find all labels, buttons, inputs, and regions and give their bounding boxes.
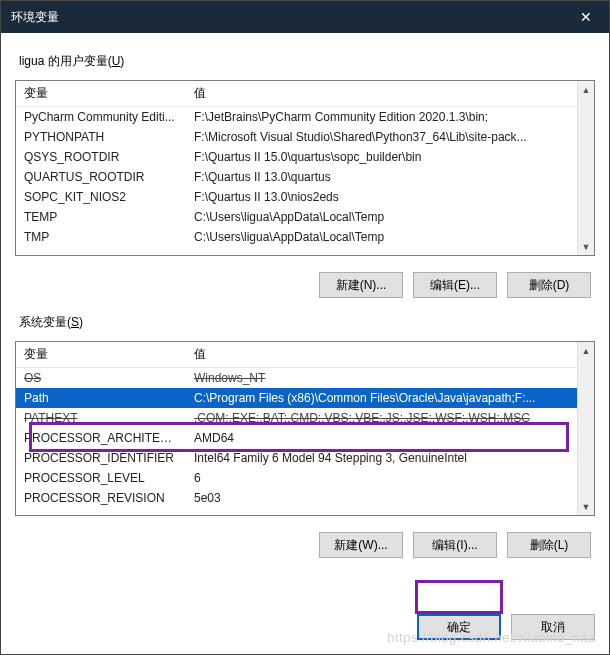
var-name-cell: SOPC_KIT_NIOS2 (16, 187, 186, 207)
table-row[interactable]: PROCESSOR_REVISION5e03 (16, 488, 577, 508)
table-row[interactable]: PYTHONPATHF:\Microsoft Visual Studio\Sha… (16, 127, 577, 147)
var-name-cell: TEMP (16, 207, 186, 227)
table-row[interactable]: QUARTUS_ROOTDIRF:\Quartus II 13.0\quartu… (16, 167, 577, 187)
user-vars-list[interactable]: 变量 值 PyCharm Community Editi...F:\JetBra… (15, 80, 595, 256)
close-button[interactable]: ✕ (563, 1, 609, 33)
system-new-button[interactable]: 新建(W)... (319, 532, 403, 558)
system-vars-list[interactable]: 变量 值 OSWindows_NTPathC:\Program Files (x… (15, 341, 595, 516)
user-scrollbar[interactable]: ▲ ▼ (577, 81, 594, 255)
var-name-cell: PROCESSOR_ARCHITECT... (16, 428, 186, 448)
scroll-up-icon[interactable]: ▲ (579, 342, 594, 359)
ok-button[interactable]: 确定 (417, 614, 501, 640)
var-value-cell: F:\Quartus II 13.0\nios2eds (186, 187, 577, 207)
var-name-cell: Path (16, 388, 186, 408)
table-row[interactable]: PyCharm Community Editi...F:\JetBrains\P… (16, 107, 577, 128)
cancel-button[interactable]: 取消 (511, 614, 595, 640)
table-row[interactable]: OSWindows_NT (16, 368, 577, 389)
var-name-cell: PROCESSOR_LEVEL (16, 468, 186, 488)
env-vars-dialog: 环境变量 ✕ ligua 的用户变量(U) 变量 值 PyCharm Commu… (0, 0, 610, 655)
system-delete-button[interactable]: 删除(L) (507, 532, 591, 558)
user-vars-label: ligua 的用户变量(U) (19, 53, 595, 70)
table-row[interactable]: PATHEXT.COM;.EXE;.BAT;.CMD;.VBS;.VBE;.JS… (16, 408, 577, 428)
user-edit-button[interactable]: 编辑(E)... (413, 272, 497, 298)
titlebar[interactable]: 环境变量 ✕ (1, 1, 609, 33)
system-vars-label: 系统变量(S) (19, 314, 595, 331)
var-name-cell: OS (16, 368, 186, 389)
table-row[interactable]: TEMPC:\Users\ligua\AppData\Local\Temp (16, 207, 577, 227)
user-delete-button[interactable]: 删除(D) (507, 272, 591, 298)
var-value-cell: F:\Microsoft Visual Studio\Shared\Python… (186, 127, 577, 147)
table-row[interactable]: QSYS_ROOTDIRF:\Quartus II 15.0\quartus\s… (16, 147, 577, 167)
var-value-cell: C:\Users\ligua\AppData\Local\Temp (186, 207, 577, 227)
var-name-cell: QSYS_ROOTDIR (16, 147, 186, 167)
scroll-down-icon[interactable]: ▼ (579, 238, 594, 255)
table-row[interactable]: PROCESSOR_ARCHITECT...AMD64 (16, 428, 577, 448)
var-name-cell: PROCESSOR_IDENTIFIER (16, 448, 186, 468)
col-header-name[interactable]: 变量 (16, 81, 186, 107)
var-value-cell: F:\JetBrains\PyCharm Community Edition 2… (186, 107, 577, 128)
var-name-cell: QUARTUS_ROOTDIR (16, 167, 186, 187)
scroll-down-icon[interactable]: ▼ (579, 498, 594, 515)
user-new-button[interactable]: 新建(N)... (319, 272, 403, 298)
var-value-cell: F:\Quartus II 15.0\quartus\sopc_builder\… (186, 147, 577, 167)
table-row[interactable]: PROCESSOR_IDENTIFIERIntel64 Family 6 Mod… (16, 448, 577, 468)
col-header-name[interactable]: 变量 (16, 342, 186, 368)
system-buttons: 新建(W)... 编辑(I)... 删除(L) (15, 522, 595, 562)
var-name-cell: TMP (16, 227, 186, 247)
var-value-cell: 5e03 (186, 488, 577, 508)
table-row[interactable]: SOPC_KIT_NIOS2F:\Quartus II 13.0\nios2ed… (16, 187, 577, 207)
var-name-cell: PROCESSOR_REVISION (16, 488, 186, 508)
var-value-cell: F:\Quartus II 13.0\quartus (186, 167, 577, 187)
user-buttons: 新建(N)... 编辑(E)... 删除(D) (15, 262, 595, 302)
var-value-cell: C:\Users\ligua\AppData\Local\Temp (186, 227, 577, 247)
table-row[interactable]: TMPC:\Users\ligua\AppData\Local\Temp (16, 227, 577, 247)
close-icon: ✕ (580, 9, 592, 25)
col-header-value[interactable]: 值 (186, 81, 577, 107)
dialog-footer: 确定 取消 (1, 608, 609, 654)
var-value-cell: C:\Program Files (x86)\Common Files\Orac… (186, 388, 577, 408)
window-title: 环境变量 (11, 9, 563, 26)
system-scrollbar[interactable]: ▲ ▼ (577, 342, 594, 515)
table-row[interactable]: PROCESSOR_LEVEL6 (16, 468, 577, 488)
system-edit-button[interactable]: 编辑(I)... (413, 532, 497, 558)
var-name-cell: PyCharm Community Editi... (16, 107, 186, 128)
var-value-cell: Windows_NT (186, 368, 577, 389)
var-value-cell: AMD64 (186, 428, 577, 448)
var-name-cell: PATHEXT (16, 408, 186, 428)
table-row[interactable]: PathC:\Program Files (x86)\Common Files\… (16, 388, 577, 408)
var-value-cell: Intel64 Family 6 Model 94 Stepping 3, Ge… (186, 448, 577, 468)
var-value-cell: .COM;.EXE;.BAT;.CMD;.VBS;.VBE;.JS;.JSE;.… (186, 408, 577, 428)
var-name-cell: PYTHONPATH (16, 127, 186, 147)
dialog-content: ligua 的用户变量(U) 变量 值 PyCharm Community Ed… (1, 33, 609, 608)
scroll-up-icon[interactable]: ▲ (579, 81, 594, 98)
col-header-value[interactable]: 值 (186, 342, 577, 368)
var-value-cell: 6 (186, 468, 577, 488)
